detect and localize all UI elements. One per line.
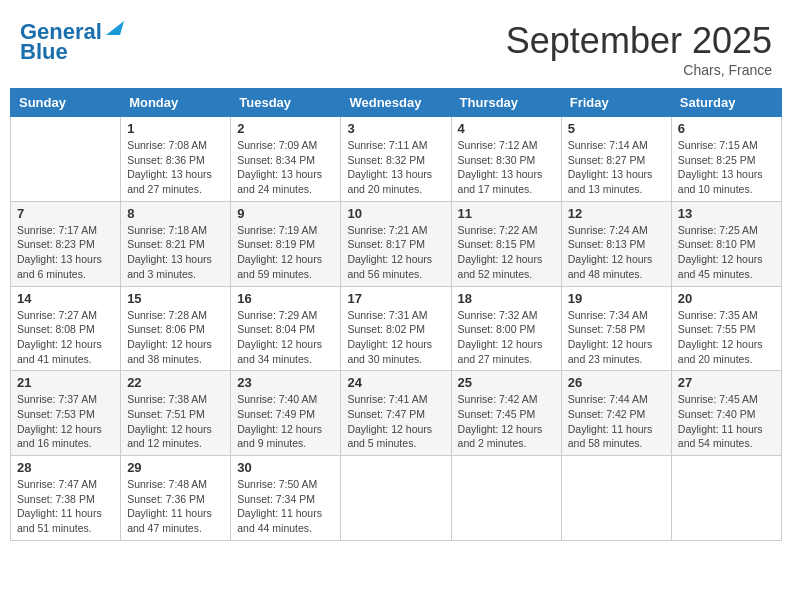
month-title: September 2025 [506,20,772,62]
calendar-cell: 1Sunrise: 7:08 AMSunset: 8:36 PMDaylight… [121,117,231,202]
day-info: Sunrise: 7:11 AMSunset: 8:32 PMDaylight:… [347,138,444,197]
svg-marker-0 [106,21,124,35]
calendar-table: SundayMondayTuesdayWednesdayThursdayFrid… [10,88,782,541]
calendar-cell: 30Sunrise: 7:50 AMSunset: 7:34 PMDayligh… [231,456,341,541]
day-info: Sunrise: 7:47 AMSunset: 7:38 PMDaylight:… [17,477,114,536]
day-number: 15 [127,291,224,306]
day-number: 13 [678,206,775,221]
calendar-cell: 8Sunrise: 7:18 AMSunset: 8:21 PMDaylight… [121,201,231,286]
day-number: 19 [568,291,665,306]
day-number: 6 [678,121,775,136]
calendar-week-row: 7Sunrise: 7:17 AMSunset: 8:23 PMDaylight… [11,201,782,286]
day-number: 23 [237,375,334,390]
day-info: Sunrise: 7:40 AMSunset: 7:49 PMDaylight:… [237,392,334,451]
day-info: Sunrise: 7:31 AMSunset: 8:02 PMDaylight:… [347,308,444,367]
day-info: Sunrise: 7:18 AMSunset: 8:21 PMDaylight:… [127,223,224,282]
calendar-cell: 20Sunrise: 7:35 AMSunset: 7:55 PMDayligh… [671,286,781,371]
calendar-cell: 23Sunrise: 7:40 AMSunset: 7:49 PMDayligh… [231,371,341,456]
calendar-cell: 12Sunrise: 7:24 AMSunset: 8:13 PMDayligh… [561,201,671,286]
day-info: Sunrise: 7:48 AMSunset: 7:36 PMDaylight:… [127,477,224,536]
day-number: 3 [347,121,444,136]
day-info: Sunrise: 7:28 AMSunset: 8:06 PMDaylight:… [127,308,224,367]
calendar-cell: 11Sunrise: 7:22 AMSunset: 8:15 PMDayligh… [451,201,561,286]
day-info: Sunrise: 7:15 AMSunset: 8:25 PMDaylight:… [678,138,775,197]
calendar-cell: 25Sunrise: 7:42 AMSunset: 7:45 PMDayligh… [451,371,561,456]
day-info: Sunrise: 7:42 AMSunset: 7:45 PMDaylight:… [458,392,555,451]
calendar-cell: 10Sunrise: 7:21 AMSunset: 8:17 PMDayligh… [341,201,451,286]
day-number: 30 [237,460,334,475]
day-info: Sunrise: 7:27 AMSunset: 8:08 PMDaylight:… [17,308,114,367]
location-text: Chars, France [506,62,772,78]
day-number: 5 [568,121,665,136]
calendar-cell: 2Sunrise: 7:09 AMSunset: 8:34 PMDaylight… [231,117,341,202]
calendar-week-row: 1Sunrise: 7:08 AMSunset: 8:36 PMDaylight… [11,117,782,202]
calendar-cell: 14Sunrise: 7:27 AMSunset: 8:08 PMDayligh… [11,286,121,371]
day-number: 10 [347,206,444,221]
calendar-cell [561,456,671,541]
calendar-header-row: SundayMondayTuesdayWednesdayThursdayFrid… [11,89,782,117]
calendar-cell: 24Sunrise: 7:41 AMSunset: 7:47 PMDayligh… [341,371,451,456]
day-info: Sunrise: 7:45 AMSunset: 7:40 PMDaylight:… [678,392,775,451]
day-number: 20 [678,291,775,306]
day-info: Sunrise: 7:32 AMSunset: 8:00 PMDaylight:… [458,308,555,367]
day-number: 22 [127,375,224,390]
day-info: Sunrise: 7:35 AMSunset: 7:55 PMDaylight:… [678,308,775,367]
calendar-cell: 26Sunrise: 7:44 AMSunset: 7:42 PMDayligh… [561,371,671,456]
calendar-cell: 16Sunrise: 7:29 AMSunset: 8:04 PMDayligh… [231,286,341,371]
day-info: Sunrise: 7:41 AMSunset: 7:47 PMDaylight:… [347,392,444,451]
day-info: Sunrise: 7:44 AMSunset: 7:42 PMDaylight:… [568,392,665,451]
day-info: Sunrise: 7:09 AMSunset: 8:34 PMDaylight:… [237,138,334,197]
day-number: 11 [458,206,555,221]
weekday-header: Tuesday [231,89,341,117]
day-number: 26 [568,375,665,390]
calendar-week-row: 21Sunrise: 7:37 AMSunset: 7:53 PMDayligh… [11,371,782,456]
weekday-header: Thursday [451,89,561,117]
day-number: 29 [127,460,224,475]
weekday-header: Saturday [671,89,781,117]
calendar-cell: 18Sunrise: 7:32 AMSunset: 8:00 PMDayligh… [451,286,561,371]
day-number: 4 [458,121,555,136]
logo: General Blue [20,20,124,64]
calendar-cell: 13Sunrise: 7:25 AMSunset: 8:10 PMDayligh… [671,201,781,286]
day-number: 7 [17,206,114,221]
calendar-cell: 3Sunrise: 7:11 AMSunset: 8:32 PMDaylight… [341,117,451,202]
calendar-cell [671,456,781,541]
day-number: 28 [17,460,114,475]
day-info: Sunrise: 7:08 AMSunset: 8:36 PMDaylight:… [127,138,224,197]
weekday-header: Wednesday [341,89,451,117]
day-number: 17 [347,291,444,306]
day-info: Sunrise: 7:24 AMSunset: 8:13 PMDaylight:… [568,223,665,282]
day-number: 16 [237,291,334,306]
calendar-cell [451,456,561,541]
day-info: Sunrise: 7:50 AMSunset: 7:34 PMDaylight:… [237,477,334,536]
day-info: Sunrise: 7:25 AMSunset: 8:10 PMDaylight:… [678,223,775,282]
day-number: 21 [17,375,114,390]
weekday-header: Sunday [11,89,121,117]
day-info: Sunrise: 7:21 AMSunset: 8:17 PMDaylight:… [347,223,444,282]
day-info: Sunrise: 7:14 AMSunset: 8:27 PMDaylight:… [568,138,665,197]
day-info: Sunrise: 7:34 AMSunset: 7:58 PMDaylight:… [568,308,665,367]
calendar-cell: 7Sunrise: 7:17 AMSunset: 8:23 PMDaylight… [11,201,121,286]
page-header: General Blue September 2025 Chars, Franc… [10,10,782,83]
calendar-cell [11,117,121,202]
day-info: Sunrise: 7:17 AMSunset: 8:23 PMDaylight:… [17,223,114,282]
calendar-cell: 15Sunrise: 7:28 AMSunset: 8:06 PMDayligh… [121,286,231,371]
day-info: Sunrise: 7:22 AMSunset: 8:15 PMDaylight:… [458,223,555,282]
day-info: Sunrise: 7:38 AMSunset: 7:51 PMDaylight:… [127,392,224,451]
day-number: 9 [237,206,334,221]
title-block: September 2025 Chars, France [506,20,772,78]
calendar-cell: 4Sunrise: 7:12 AMSunset: 8:30 PMDaylight… [451,117,561,202]
calendar-cell: 28Sunrise: 7:47 AMSunset: 7:38 PMDayligh… [11,456,121,541]
calendar-cell: 27Sunrise: 7:45 AMSunset: 7:40 PMDayligh… [671,371,781,456]
calendar-cell: 19Sunrise: 7:34 AMSunset: 7:58 PMDayligh… [561,286,671,371]
day-number: 25 [458,375,555,390]
day-info: Sunrise: 7:12 AMSunset: 8:30 PMDaylight:… [458,138,555,197]
day-number: 14 [17,291,114,306]
calendar-cell: 6Sunrise: 7:15 AMSunset: 8:25 PMDaylight… [671,117,781,202]
day-number: 18 [458,291,555,306]
day-info: Sunrise: 7:19 AMSunset: 8:19 PMDaylight:… [237,223,334,282]
day-number: 24 [347,375,444,390]
calendar-cell [341,456,451,541]
weekday-header: Friday [561,89,671,117]
calendar-week-row: 28Sunrise: 7:47 AMSunset: 7:38 PMDayligh… [11,456,782,541]
